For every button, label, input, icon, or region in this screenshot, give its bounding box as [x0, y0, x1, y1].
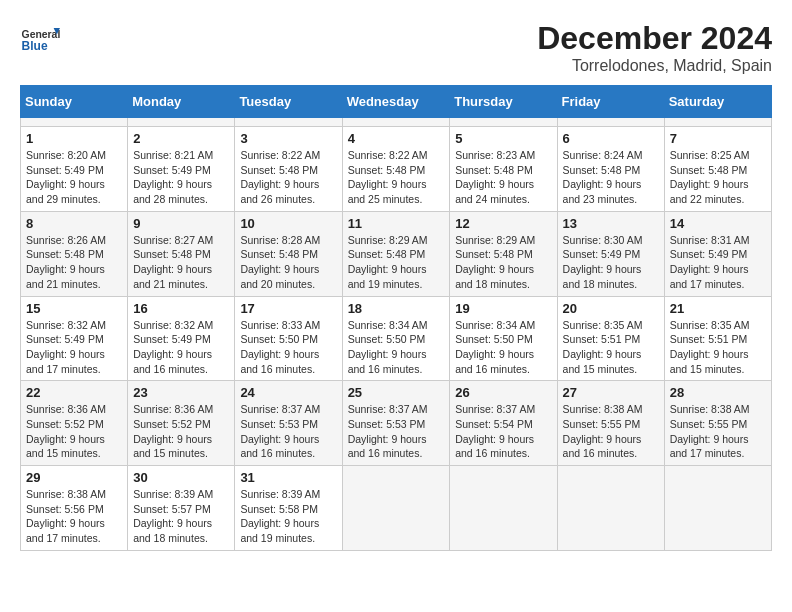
calendar-week-row: 29Sunrise: 8:38 AMSunset: 5:56 PMDayligh…	[21, 466, 772, 551]
title-block: December 2024 Torrelodones, Madrid, Spai…	[537, 20, 772, 75]
calendar-day-cell	[557, 466, 664, 551]
day-detail: Sunrise: 8:36 AMSunset: 5:52 PMDaylight:…	[133, 402, 229, 461]
calendar-day-cell: 14Sunrise: 8:31 AMSunset: 5:49 PMDayligh…	[664, 211, 771, 296]
day-detail: Sunrise: 8:25 AMSunset: 5:48 PMDaylight:…	[670, 148, 766, 207]
day-number: 5	[455, 131, 551, 146]
calendar-week-row: 15Sunrise: 8:32 AMSunset: 5:49 PMDayligh…	[21, 296, 772, 381]
calendar-week-row	[21, 118, 772, 127]
day-number: 24	[240, 385, 336, 400]
calendar-day-cell	[342, 118, 450, 127]
calendar-day-cell: 7Sunrise: 8:25 AMSunset: 5:48 PMDaylight…	[664, 127, 771, 212]
calendar-day-cell: 29Sunrise: 8:38 AMSunset: 5:56 PMDayligh…	[21, 466, 128, 551]
day-of-week-header: Sunday	[21, 86, 128, 118]
day-detail: Sunrise: 8:21 AMSunset: 5:49 PMDaylight:…	[133, 148, 229, 207]
day-detail: Sunrise: 8:22 AMSunset: 5:48 PMDaylight:…	[348, 148, 445, 207]
day-of-week-header: Thursday	[450, 86, 557, 118]
day-detail: Sunrise: 8:38 AMSunset: 5:55 PMDaylight:…	[563, 402, 659, 461]
day-detail: Sunrise: 8:34 AMSunset: 5:50 PMDaylight:…	[348, 318, 445, 377]
day-detail: Sunrise: 8:38 AMSunset: 5:56 PMDaylight:…	[26, 487, 122, 546]
calendar-day-cell: 5Sunrise: 8:23 AMSunset: 5:48 PMDaylight…	[450, 127, 557, 212]
calendar-day-cell	[557, 118, 664, 127]
calendar-day-cell	[450, 466, 557, 551]
calendar-day-cell: 20Sunrise: 8:35 AMSunset: 5:51 PMDayligh…	[557, 296, 664, 381]
calendar-day-cell	[450, 118, 557, 127]
day-detail: Sunrise: 8:28 AMSunset: 5:48 PMDaylight:…	[240, 233, 336, 292]
day-number: 18	[348, 301, 445, 316]
calendar-day-cell: 23Sunrise: 8:36 AMSunset: 5:52 PMDayligh…	[128, 381, 235, 466]
day-number: 23	[133, 385, 229, 400]
day-detail: Sunrise: 8:38 AMSunset: 5:55 PMDaylight:…	[670, 402, 766, 461]
day-number: 1	[26, 131, 122, 146]
day-detail: Sunrise: 8:34 AMSunset: 5:50 PMDaylight:…	[455, 318, 551, 377]
calendar-day-cell	[664, 118, 771, 127]
logo: General Blue	[20, 20, 64, 60]
day-number: 11	[348, 216, 445, 231]
day-detail: Sunrise: 8:23 AMSunset: 5:48 PMDaylight:…	[455, 148, 551, 207]
calendar-day-cell: 8Sunrise: 8:26 AMSunset: 5:48 PMDaylight…	[21, 211, 128, 296]
day-number: 29	[26, 470, 122, 485]
day-number: 31	[240, 470, 336, 485]
day-detail: Sunrise: 8:20 AMSunset: 5:49 PMDaylight:…	[26, 148, 122, 207]
day-detail: Sunrise: 8:37 AMSunset: 5:54 PMDaylight:…	[455, 402, 551, 461]
day-number: 9	[133, 216, 229, 231]
day-detail: Sunrise: 8:31 AMSunset: 5:49 PMDaylight:…	[670, 233, 766, 292]
day-number: 26	[455, 385, 551, 400]
day-of-week-header: Wednesday	[342, 86, 450, 118]
day-number: 3	[240, 131, 336, 146]
calendar-day-cell	[21, 118, 128, 127]
calendar-day-cell: 6Sunrise: 8:24 AMSunset: 5:48 PMDaylight…	[557, 127, 664, 212]
location: Torrelodones, Madrid, Spain	[537, 57, 772, 75]
day-number: 20	[563, 301, 659, 316]
day-number: 14	[670, 216, 766, 231]
day-detail: Sunrise: 8:35 AMSunset: 5:51 PMDaylight:…	[670, 318, 766, 377]
calendar-day-cell: 10Sunrise: 8:28 AMSunset: 5:48 PMDayligh…	[235, 211, 342, 296]
day-detail: Sunrise: 8:22 AMSunset: 5:48 PMDaylight:…	[240, 148, 336, 207]
day-number: 2	[133, 131, 229, 146]
calendar-day-cell: 3Sunrise: 8:22 AMSunset: 5:48 PMDaylight…	[235, 127, 342, 212]
day-detail: Sunrise: 8:29 AMSunset: 5:48 PMDaylight:…	[455, 233, 551, 292]
calendar-week-row: 8Sunrise: 8:26 AMSunset: 5:48 PMDaylight…	[21, 211, 772, 296]
day-detail: Sunrise: 8:30 AMSunset: 5:49 PMDaylight:…	[563, 233, 659, 292]
day-of-week-header: Saturday	[664, 86, 771, 118]
day-detail: Sunrise: 8:27 AMSunset: 5:48 PMDaylight:…	[133, 233, 229, 292]
day-detail: Sunrise: 8:39 AMSunset: 5:57 PMDaylight:…	[133, 487, 229, 546]
day-number: 7	[670, 131, 766, 146]
day-number: 6	[563, 131, 659, 146]
calendar-day-cell: 18Sunrise: 8:34 AMSunset: 5:50 PMDayligh…	[342, 296, 450, 381]
calendar-day-cell: 28Sunrise: 8:38 AMSunset: 5:55 PMDayligh…	[664, 381, 771, 466]
day-number: 15	[26, 301, 122, 316]
day-detail: Sunrise: 8:24 AMSunset: 5:48 PMDaylight:…	[563, 148, 659, 207]
day-number: 19	[455, 301, 551, 316]
calendar-week-row: 22Sunrise: 8:36 AMSunset: 5:52 PMDayligh…	[21, 381, 772, 466]
day-number: 8	[26, 216, 122, 231]
calendar-day-cell: 4Sunrise: 8:22 AMSunset: 5:48 PMDaylight…	[342, 127, 450, 212]
calendar-day-cell: 15Sunrise: 8:32 AMSunset: 5:49 PMDayligh…	[21, 296, 128, 381]
day-number: 4	[348, 131, 445, 146]
svg-text:General: General	[22, 29, 60, 40]
calendar-day-cell: 16Sunrise: 8:32 AMSunset: 5:49 PMDayligh…	[128, 296, 235, 381]
day-detail: Sunrise: 8:39 AMSunset: 5:58 PMDaylight:…	[240, 487, 336, 546]
calendar-day-cell: 12Sunrise: 8:29 AMSunset: 5:48 PMDayligh…	[450, 211, 557, 296]
day-detail: Sunrise: 8:35 AMSunset: 5:51 PMDaylight:…	[563, 318, 659, 377]
calendar-day-cell	[664, 466, 771, 551]
page-header: General Blue December 2024 Torrelodones,…	[20, 20, 772, 75]
calendar-day-cell: 24Sunrise: 8:37 AMSunset: 5:53 PMDayligh…	[235, 381, 342, 466]
day-number: 22	[26, 385, 122, 400]
calendar-day-cell: 21Sunrise: 8:35 AMSunset: 5:51 PMDayligh…	[664, 296, 771, 381]
day-detail: Sunrise: 8:29 AMSunset: 5:48 PMDaylight:…	[348, 233, 445, 292]
day-detail: Sunrise: 8:26 AMSunset: 5:48 PMDaylight:…	[26, 233, 122, 292]
day-detail: Sunrise: 8:32 AMSunset: 5:49 PMDaylight:…	[26, 318, 122, 377]
calendar-day-cell: 1Sunrise: 8:20 AMSunset: 5:49 PMDaylight…	[21, 127, 128, 212]
calendar-day-cell: 9Sunrise: 8:27 AMSunset: 5:48 PMDaylight…	[128, 211, 235, 296]
calendar-day-cell: 25Sunrise: 8:37 AMSunset: 5:53 PMDayligh…	[342, 381, 450, 466]
calendar-day-cell: 11Sunrise: 8:29 AMSunset: 5:48 PMDayligh…	[342, 211, 450, 296]
day-detail: Sunrise: 8:36 AMSunset: 5:52 PMDaylight:…	[26, 402, 122, 461]
calendar-day-cell: 26Sunrise: 8:37 AMSunset: 5:54 PMDayligh…	[450, 381, 557, 466]
day-detail: Sunrise: 8:32 AMSunset: 5:49 PMDaylight:…	[133, 318, 229, 377]
day-number: 10	[240, 216, 336, 231]
calendar-header-row: SundayMondayTuesdayWednesdayThursdayFrid…	[21, 86, 772, 118]
calendar-day-cell: 19Sunrise: 8:34 AMSunset: 5:50 PMDayligh…	[450, 296, 557, 381]
day-number: 28	[670, 385, 766, 400]
calendar-day-cell	[128, 118, 235, 127]
day-of-week-header: Monday	[128, 86, 235, 118]
